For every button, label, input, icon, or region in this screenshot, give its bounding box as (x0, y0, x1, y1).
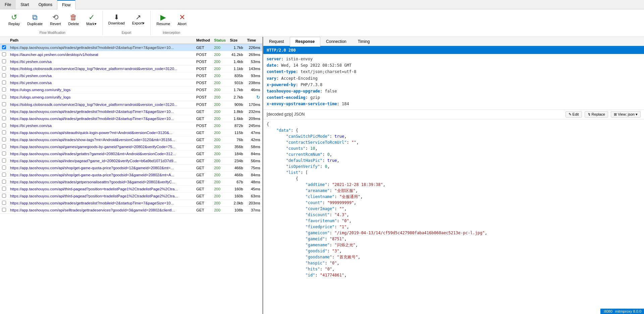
row-checkbox[interactable] (0, 101, 8, 108)
resume-button[interactable]: ▶ Resume (153, 12, 173, 27)
row-checkbox[interactable] (0, 143, 8, 150)
col-header-size[interactable]: Size (228, 37, 245, 44)
row-path[interactable]: https://app.taoshouyou.com/api/trades/sh… (8, 136, 194, 143)
row-path[interactable]: https://app.taoshouyou.com/api/selltrade… (8, 207, 194, 214)
edit-button[interactable]: ✎ Edit (566, 111, 582, 118)
replay-button[interactable]: ↺ Replay (5, 12, 23, 28)
row-path[interactable]: https://bi.yeshen.com/sa (8, 79, 194, 86)
row-path[interactable]: https://bi.yeshen.com/sa (8, 72, 194, 79)
row-path[interactable]: https://app.taoshouyou.com/api/siteauth/… (8, 129, 194, 136)
col-header-time[interactable]: Time (245, 37, 262, 44)
row-path[interactable]: https://app.taoshouyou.com/api/trades/ge… (8, 108, 194, 115)
abort-button[interactable]: ✕ Abort (174, 12, 189, 27)
table-row[interactable]: https://app.taoshouyou.com/api/third-pag… (0, 193, 262, 200)
mark-button[interactable]: ✓ Mark▾ (83, 12, 99, 28)
row-checkbox[interactable] (0, 193, 8, 200)
row-path[interactable]: https://app.taoshouyou.com/api/shop/get-… (8, 172, 194, 179)
row-checkbox[interactable] (0, 65, 8, 72)
table-row[interactable]: https://app.taoshouyou.com/api/shop/get-… (0, 165, 262, 172)
tab-timing[interactable]: Timing (352, 37, 376, 46)
row-path[interactable]: https://bi.yeshen.com/sa (8, 58, 194, 65)
row-checkbox[interactable] (0, 158, 8, 165)
tab-request[interactable]: Request (263, 37, 290, 46)
row-path[interactable]: https://toblog.ctobsnssdk.com/service/2/… (8, 65, 194, 72)
row-checkbox[interactable] (0, 122, 8, 129)
table-row[interactable]: https://app.taoshouyou.com/api/trades/ge… (0, 44, 262, 51)
row-checkbox[interactable] (0, 93, 8, 101)
table-row[interactable]: https://app.taoshouyou.com/api/shop/get-… (0, 172, 262, 179)
row-checkbox[interactable] (0, 44, 8, 51)
tab-response[interactable]: Response (290, 37, 320, 47)
row-checkbox[interactable] (0, 108, 8, 115)
row-path[interactable]: https://app.taoshouyou.com/api/trades/ge… (8, 44, 194, 51)
view-json-button[interactable]: ⊞ View: json ▾ (611, 111, 641, 118)
row-checkbox[interactable] (0, 86, 8, 93)
row-path[interactable]: https://app.taoshouyou.com/api/trades/ge… (8, 200, 194, 207)
row-checkbox[interactable] (0, 150, 8, 158)
table-row[interactable]: https://ulogs.umeng.com/unify_logs POST … (0, 93, 262, 101)
row-path[interactable]: https://app.taoshouyou.com/api/games/gam… (8, 143, 194, 150)
menu-options[interactable]: Options (34, 0, 57, 9)
row-path[interactable]: https://app.taoshouyou.com/api/index/pag… (8, 158, 194, 165)
table-row[interactable]: https://app.taoshouyou.com/api/third-pag… (0, 186, 262, 193)
row-path[interactable]: https://launcher-api.yeshen.com/desktop/… (8, 51, 194, 58)
tab-connection[interactable]: Connection (320, 37, 352, 46)
menu-flow[interactable]: Flow (57, 0, 75, 9)
row-path[interactable]: https://app.taoshouyou.com/api/trades/ge… (8, 179, 194, 186)
flow-table-wrapper[interactable]: Path Method Status Size Time https://app… (0, 37, 262, 314)
menu-file[interactable]: File (0, 0, 16, 9)
revert-button[interactable]: ⟲ Revert (47, 12, 64, 28)
row-checkbox[interactable] (0, 200, 8, 207)
table-row[interactable]: https://app.taoshouyou.com/api/index/pag… (0, 158, 262, 165)
row-checkbox[interactable] (0, 186, 8, 193)
table-row[interactable]: https://app.taoshouyou.com/api/trades/sh… (0, 136, 262, 143)
row-path[interactable]: https://app.taoshouyou.com/api/third-pag… (8, 193, 194, 200)
row-checkbox[interactable] (0, 58, 8, 65)
table-row[interactable]: https://app.taoshouyou.com/api/selltrade… (0, 207, 262, 214)
json-content[interactable]: { "data": { "canSwitchPicMode": true, "c… (263, 119, 644, 314)
menu-start[interactable]: Start (16, 0, 34, 9)
col-header-method[interactable]: Method (194, 37, 212, 44)
row-path[interactable]: https://app.taoshouyou.com/api/shop/get-… (8, 165, 194, 172)
download-button[interactable]: ⬇ Download (105, 12, 128, 27)
table-row[interactable]: https://app.taoshouyou.com/api/trades/ge… (0, 150, 262, 158)
table-row[interactable]: https://ulogs.umeng.com/unify_logs POST … (0, 86, 262, 93)
table-row[interactable]: https://bi.yeshen.com/sa POST 200 1.4kb … (0, 58, 262, 65)
table-row[interactable]: https://app.taoshouyou.com/api/trades/ge… (0, 108, 262, 115)
table-row[interactable]: https://toblog.ctobsnssdk.com/service/2/… (0, 65, 262, 72)
row-path[interactable]: https://app.taoshouyou.com/api/trades/ge… (8, 150, 194, 158)
row-path[interactable]: https://app.taoshouyou.com/api/third-pag… (8, 186, 194, 193)
row-path[interactable]: https://app.taoshouyou.com/api/trades/ge… (8, 115, 194, 122)
row-checkbox[interactable] (0, 172, 8, 179)
row-checkbox[interactable] (0, 179, 8, 186)
table-row[interactable]: https://toblog.ctobsnssdk.com/service/2/… (0, 101, 262, 108)
replace-button[interactable]: ↯ Replace (585, 111, 608, 118)
table-row[interactable]: https://launcher-api.yeshen.com/desktop/… (0, 51, 262, 58)
row-path[interactable]: https://toblog.ctobsnssdk.com/service/2/… (8, 101, 194, 108)
table-row[interactable]: https://app.taoshouyou.com/api/trades/ge… (0, 200, 262, 207)
table-row[interactable]: https://bi.yeshen.com/sa POST 200 872b 2… (0, 122, 262, 129)
row-checkbox[interactable] (0, 136, 8, 143)
row-checkbox[interactable] (0, 79, 8, 86)
row-checkbox[interactable] (0, 207, 8, 214)
table-row[interactable]: https://app.taoshouyou.com/api/trades/ge… (0, 115, 262, 122)
row-path[interactable]: https://ulogs.umeng.com/unify_logs (8, 86, 194, 93)
export-button[interactable]: ↗ Export▾ (129, 12, 148, 27)
table-row[interactable]: https://bi.yeshen.com/sa POST 200 931b 2… (0, 79, 262, 86)
col-header-path[interactable]: Path (8, 37, 194, 44)
row-checkbox[interactable] (0, 115, 8, 122)
row-checkbox[interactable] (0, 51, 8, 58)
delete-icon: 🗑 (70, 14, 77, 21)
row-path[interactable]: https://ulogs.umeng.com/unify_logs (8, 93, 194, 101)
table-row[interactable]: https://app.taoshouyou.com/api/siteauth/… (0, 129, 262, 136)
duplicate-button[interactable]: ⧉ Duplicate (24, 12, 46, 28)
row-checkbox[interactable] (0, 72, 8, 79)
row-checkbox[interactable] (0, 165, 8, 172)
col-header-status[interactable]: Status (212, 37, 228, 44)
table-row[interactable]: https://app.taoshouyou.com/api/trades/ge… (0, 179, 262, 186)
row-checkbox[interactable] (0, 129, 8, 136)
table-row[interactable]: https://bi.yeshen.com/sa POST 200 835b 9… (0, 72, 262, 79)
table-row[interactable]: https://app.taoshouyou.com/api/games/gam… (0, 143, 262, 150)
row-path[interactable]: https://bi.yeshen.com/sa (8, 122, 194, 129)
delete-button[interactable]: 🗑 Delete (65, 12, 82, 28)
